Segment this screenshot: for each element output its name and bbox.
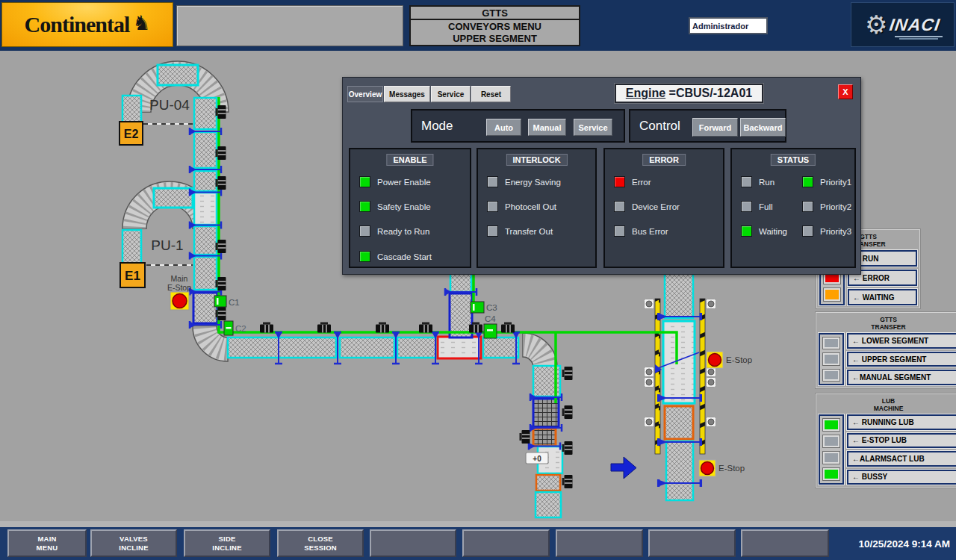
- main-menu-button[interactable]: MAINMENU: [7, 529, 87, 557]
- transfer-out-label: Transfer Out: [505, 227, 553, 236]
- valves-incline-button[interactable]: VALVESINCLINE: [90, 529, 177, 557]
- panel-lub-machine: LUBMACHINE ← RUNNING LUB ← E-STOP LUB ←A…: [816, 393, 956, 488]
- panel2-title: GTTSTRANSFER: [819, 314, 956, 333]
- full-led: [741, 201, 752, 212]
- conveyor-bottom-vertical[interactable]: [533, 366, 562, 517]
- lower-segment-led: [822, 337, 840, 349]
- photocell-out-label: Photocell Out: [505, 202, 556, 211]
- c4-label: C4: [485, 314, 496, 323]
- close-session-button[interactable]: CLOSESESSION: [277, 529, 364, 557]
- waiting-led: [823, 287, 841, 302]
- bottom-toolbar: MAINMENU VALVESINCLINE SIDEINCLINE CLOSE…: [0, 521, 956, 560]
- running-lub-button[interactable]: ← RUNNING LUB: [847, 414, 956, 430]
- estop-upper: E-Stop: [707, 352, 752, 368]
- device-error-led: [614, 201, 625, 212]
- counter-value: +0: [533, 455, 541, 463]
- conveyor-right-vertical[interactable]: [663, 270, 695, 500]
- auto-button[interactable]: Auto: [486, 119, 521, 136]
- transfer-out-led: [487, 225, 498, 237]
- gear-icon: ⚙: [865, 10, 887, 40]
- exit-badge-e2[interactable]: E2: [120, 122, 143, 145]
- status-section: STATUS Run Full Waiting Priority1 Priori…: [730, 148, 856, 268]
- interlock-section: INTERLOCK Energy Saving Photocell Out Tr…: [477, 148, 597, 268]
- datetime-display: 10/25/2024 9:14 AM: [858, 527, 950, 560]
- ready-to-run-label: Ready to Run: [377, 227, 429, 236]
- manual-button[interactable]: Manual: [528, 119, 566, 136]
- e2-label: E2: [124, 128, 139, 140]
- header-bar: Continental ♞ GTTS CONVEYORS MENU UPPER …: [0, 0, 956, 51]
- estop-upper-label: E-Stop: [726, 355, 752, 364]
- waiting-indicator-button[interactable]: ← WAITING: [848, 289, 917, 305]
- safety-enable-led: [359, 201, 370, 212]
- bussy-button[interactable]: ← BUSSY: [847, 470, 956, 485]
- tab-reset[interactable]: Reset: [471, 86, 511, 102]
- energy-saving-label: Energy Saving: [505, 178, 561, 187]
- counter-c1: C1: [214, 296, 240, 307]
- waiting-led: [741, 225, 752, 237]
- exit-badge-e1[interactable]: E1: [120, 263, 145, 287]
- mode-group: Mode Auto Manual Service: [411, 109, 625, 143]
- full-label: Full: [759, 202, 773, 211]
- photocell-out-led: [487, 201, 498, 212]
- estop-lower-label: E-Stop: [718, 464, 745, 473]
- upper-segment-button[interactable]: ← UPPER SEGMENT: [847, 352, 956, 367]
- run-label: Run: [759, 178, 775, 187]
- priority1-label: Priority1: [820, 178, 851, 187]
- backward-button[interactable]: Backward: [740, 118, 786, 137]
- lower-segment-button[interactable]: ← LOWER SEGMENT: [847, 333, 956, 349]
- main-estop-label-1: Main: [171, 274, 188, 283]
- ready-to-run-led: [359, 225, 370, 237]
- continental-wordmark: Continental: [25, 12, 130, 37]
- conveyor-horizontal[interactable]: [228, 337, 518, 358]
- inaci-logo: ⚙ INACI: [851, 2, 955, 47]
- panel2-led-column: [819, 333, 844, 385]
- bus-error-led: [614, 225, 625, 237]
- conveyor-elbow-right[interactable]: [523, 333, 557, 367]
- priority1-led: [802, 176, 813, 187]
- priority3-led: [802, 225, 813, 237]
- estop-lub-button[interactable]: ← E-STOP LUB: [847, 433, 956, 449]
- waiting-label: Waiting: [759, 227, 787, 236]
- forward-button[interactable]: Forward: [692, 118, 738, 137]
- c1-label: C1: [229, 298, 240, 307]
- tab-overview[interactable]: Overview: [347, 86, 383, 102]
- error-section: ERROR Error Device Error Bus Error: [603, 148, 724, 268]
- toolbar-slot-empty: [556, 529, 643, 557]
- manual-segment-button[interactable]: ←MANUAL SEGMENT: [847, 370, 956, 385]
- status-section-title: STATUS: [771, 154, 816, 166]
- logged-user-field[interactable]: [689, 17, 768, 34]
- energy-saving-led: [487, 176, 498, 187]
- upper-segment-led: [822, 352, 840, 365]
- engine-title: Engine =CBUS/-12A01: [615, 84, 763, 103]
- estop-lower: E-Stop: [699, 460, 745, 476]
- cascade-start-led: [359, 251, 370, 262]
- control-group: Control Forward Backward: [629, 109, 786, 143]
- run-led: [741, 176, 752, 187]
- e1-label: E1: [125, 269, 140, 283]
- title-line3: UPPER SEGMENT: [453, 33, 537, 45]
- alarmsact-lub-button[interactable]: ←ALARMSACT LUB: [847, 451, 956, 467]
- priority2-label: Priority2: [820, 202, 851, 211]
- c2-label: C2: [235, 324, 246, 333]
- tab-service[interactable]: Service: [431, 86, 471, 102]
- inaci-subline: [895, 36, 943, 40]
- panel3-led-column: [819, 414, 844, 485]
- conveyor-center-vertical[interactable]: [450, 273, 472, 337]
- enable-section: ENABLE Power Enable Safety Enable Ready …: [349, 148, 471, 268]
- toolbar-slot-empty: [462, 529, 550, 557]
- estop-lub-led: [822, 435, 840, 448]
- title-line2: CONVEYORS MENU: [448, 21, 541, 33]
- close-icon[interactable]: X: [838, 84, 853, 99]
- tab-messages[interactable]: Messages: [384, 86, 430, 102]
- service-button[interactable]: Service: [574, 119, 612, 136]
- device-error-label: Device Error: [632, 202, 680, 211]
- toolbar-slot-empty: [741, 529, 829, 557]
- hmi-screen: E2 E1 PU-04 PU-1 Main E-Stop C1 C2: [0, 0, 956, 560]
- panel3-title: LUBMACHINE: [819, 396, 956, 414]
- flow-arrow-icon: [611, 457, 636, 479]
- page-title: GTTS CONVEYORS MENU UPPER SEGMENT: [409, 5, 580, 46]
- running-lub-led: [822, 418, 840, 432]
- side-incline-button[interactable]: SIDEINCLINE: [184, 529, 270, 557]
- title-menu: CONVEYORS MENU UPPER SEGMENT: [411, 20, 579, 45]
- pu04-label: PU-04: [149, 97, 190, 113]
